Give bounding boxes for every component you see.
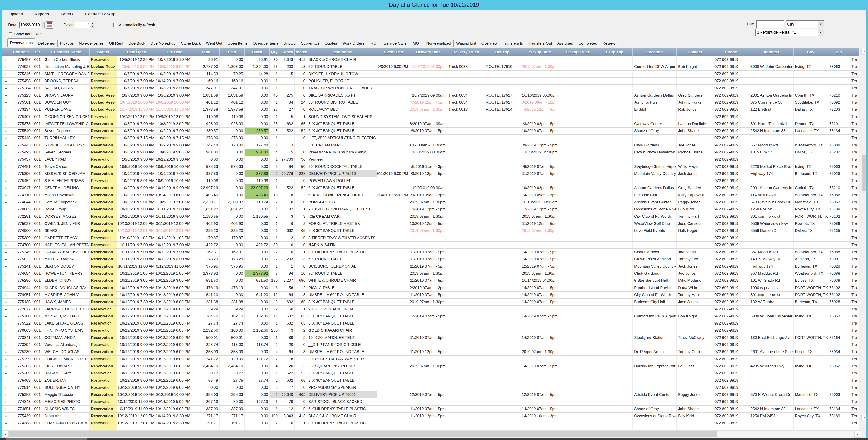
cell-q[interactable]: 1 [270,334,279,341]
grid-row[interactable]: +775437001LACEY PAMReservation10/8/2019 … [2,156,859,163]
cell-s[interactable]: Reservation [90,391,117,398]
cell-s[interactable]: Reservation [90,348,117,355]
spin-up-icon[interactable]: ▲ [41,22,44,25]
cell-q[interactable]: 1 [270,142,279,149]
cell-str[interactable]: 001 [32,256,43,262]
cell-pu[interactable]: 10/10/2019 09:01am [521,199,559,206]
grid-row[interactable]: +774694001HOWERTON, KERRYReservation10/1… [2,270,859,277]
cell-t[interactable]: 405.40 [192,192,220,198]
cell-dd[interactable]: 2019 07am - 1:30pm [410,227,447,234]
cell-o[interactable]: 10/8/2019 7:15 AM [117,135,156,142]
cell-dr[interactable] [485,142,521,149]
chevron-down-icon[interactable]: ▼ [818,21,824,28]
cell-str[interactable]: 001 [32,391,43,398]
cell-i[interactable]: 6' CHILDREN'S TABLE PLASTIC [307,406,377,412]
cell-n[interactable]: STRICKLER KATHRYN [43,142,90,149]
column-header-phone[interactable]: Phone [713,48,749,56]
grid-row[interactable]: +774851001CLASSIC WINESReservation10/12/… [2,406,859,413]
cell-loc[interactable]: City Club of Ft. Worth [633,291,677,298]
grid-row[interactable]: +775522001LAKE SHORE GLASSReservation10/… [2,320,859,327]
cell-c[interactable]: 775230 [10,348,32,355]
column-header-pickup-date[interactable]: Pickup Date [521,48,559,56]
cell-s[interactable]: Reservation [90,178,117,184]
cell-o[interactable]: 10/12/2019 10:00 AM [117,391,156,398]
cell-t[interactable]: 271.17 [192,413,220,419]
cell-dr[interactable] [485,163,521,170]
cell-dr[interactable] [485,398,521,405]
cell-r[interactable]: 228 [295,170,307,177]
cell-i[interactable]: DIGGER, HYDRAULIC TOW [307,71,377,77]
cell-p[interactable]: 0.00 [220,291,245,298]
cell-c[interactable]: 775439 [10,413,32,419]
cell-pu[interactable]: 10/13/2019 06:00pm [521,92,559,99]
cell-str[interactable]: 001 [32,341,43,348]
cell-d[interactable]: 10/12/2019 6:00 PM [156,306,192,312]
cell-on[interactable]: 84 [279,99,295,106]
cell-ct[interactable] [677,355,713,362]
cell-ad[interactable] [749,242,794,248]
cell-s[interactable]: Reservation [90,291,117,298]
cell-dt[interactable] [447,341,485,348]
cell-dr[interactable] [485,71,521,77]
cell-on[interactable]: 99,776 [279,170,295,177]
cell-dr[interactable] [485,334,521,341]
cell-z[interactable]: 76063 [828,199,850,206]
column-header-location[interactable]: Location [633,48,677,56]
cell-r[interactable]: 13 [295,63,307,70]
cell-dt[interactable] [447,413,485,419]
cell-n[interactable]: FARRIGUT DUGOUT CLUB [43,306,90,312]
cell-pt[interactable] [559,163,597,170]
cell-o[interactable]: 10/10/2019 12:01 PM [117,227,156,234]
cell-ad[interactable]: 801 North Texas blvd [749,121,794,127]
cell-d[interactable]: 10/9/2019 10:01 AM [156,178,192,184]
cell-o[interactable]: 10/10/2019 1:08 PM [117,234,156,241]
cell-pt[interactable] [559,249,597,255]
cell-ct[interactable]: Lou Holtz [677,363,713,370]
cell-dd[interactable]: 10/7/2019 09:00am [410,92,447,99]
cell-str[interactable]: 001 [32,298,43,305]
cell-pu[interactable] [521,320,559,327]
cell-dt[interactable] [447,149,485,156]
cell-z[interactable]: 76102 [828,284,850,291]
cell-plus[interactable]: + [2,384,10,391]
cell-ad[interactable]: 132 W Renfro [749,298,794,305]
cell-ct[interactable]: Tracy McGrady [677,334,713,341]
cell-loc[interactable]: Burleson City Hall [633,298,677,305]
cell-tr[interactable]: Tra [850,384,859,391]
cell-dd[interactable] [410,85,447,92]
cell-w[interactable]: 0.00 [245,420,270,427]
cell-loc[interactable]: Aristide Event Center [633,199,677,206]
cell-d[interactable]: 10/9/2019 7:15 AM [156,135,192,142]
cell-r[interactable]: 10 [295,270,307,277]
cell-r[interactable]: 65 [295,313,307,320]
cell-dd[interactable]: 2019 07am - 1:30pm [410,363,447,370]
cell-p[interactable]: 273.90 [220,135,245,142]
cell-t[interactable]: 358.03 [192,391,220,398]
cell-pr[interactable] [597,377,633,384]
column-header-rented[interactable]: Rented [295,48,307,56]
cell-pr[interactable] [597,99,633,106]
cell-w[interactable]: 0.00 [245,135,270,142]
cell-o[interactable]: 10/9/2019 8:01 AM [117,178,156,184]
cell-str[interactable]: 001 [32,327,43,334]
cell-d[interactable]: 10/8/2019 10:00 AM [156,99,192,106]
cell-plus[interactable]: + [2,249,10,255]
cell-str[interactable]: 001 [32,234,43,241]
cell-t[interactable]: 162.31 [192,249,220,255]
cell-pt[interactable] [559,71,597,77]
cell-cy[interactable]: Burleson, TX [794,298,828,305]
cell-r[interactable]: 2 [295,334,307,341]
cell-ph[interactable]: 972 602-9819 [713,377,749,384]
cell-dd[interactable]: 10/9/2019 06:30am [410,185,447,191]
cell-n[interactable]: IMPACT FELLOWSHIP CHURC [43,121,90,127]
cell-q[interactable]: 2 [270,199,279,206]
cell-n[interactable]: WELCH, DOUGLAS [43,348,90,355]
cell-pr[interactable] [597,220,633,227]
cell-ct[interactable]: Greg Sanders [677,92,713,99]
cell-d[interactable]: 10/8/2019 6:00 PM [156,63,192,70]
cell-o[interactable]: 10/12/2019 11:00 AM [117,406,156,412]
cell-str[interactable]: 001 [32,413,43,419]
cell-ee[interactable] [377,355,410,362]
cell-n[interactable]: ZODER, MATT [43,377,90,384]
tab-imo[interactable]: IMO [409,40,424,48]
